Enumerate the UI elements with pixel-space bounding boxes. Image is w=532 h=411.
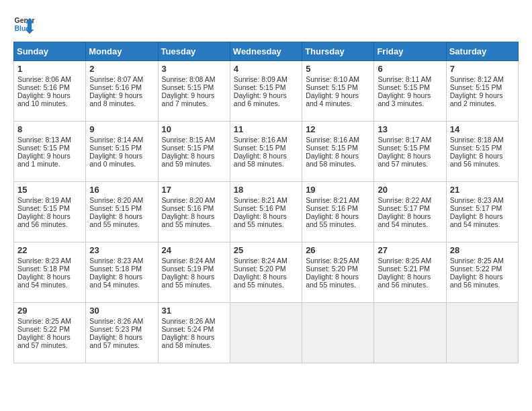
col-header-sunday: Sunday <box>14 42 86 61</box>
calendar-day-26: 26Sunrise: 8:25 AMSunset: 5:20 PMDayligh… <box>302 242 374 303</box>
calendar-day-12: 12Sunrise: 8:16 AMSunset: 5:15 PMDayligh… <box>302 122 374 182</box>
calendar-day-2: 2Sunrise: 8:07 AMSunset: 5:16 PMDaylight… <box>86 61 158 122</box>
calendar-day-15: 15Sunrise: 8:19 AMSunset: 5:15 PMDayligh… <box>14 182 86 242</box>
calendar-week-2: 8Sunrise: 8:13 AMSunset: 5:15 PMDaylight… <box>14 122 519 182</box>
calendar-day-7: 7Sunrise: 8:12 AMSunset: 5:15 PMDaylight… <box>446 61 518 122</box>
calendar-day-28: 28Sunrise: 8:25 AMSunset: 5:22 PMDayligh… <box>446 242 518 303</box>
calendar-day-5: 5Sunrise: 8:10 AMSunset: 5:15 PMDaylight… <box>302 61 374 122</box>
calendar-day-13: 13Sunrise: 8:17 AMSunset: 5:15 PMDayligh… <box>374 122 446 182</box>
calendar-day-9: 9Sunrise: 8:14 AMSunset: 5:15 PMDaylight… <box>86 122 158 182</box>
calendar-day-4: 4Sunrise: 8:09 AMSunset: 5:15 PMDaylight… <box>230 61 302 122</box>
calendar-day-17: 17Sunrise: 8:20 AMSunset: 5:16 PMDayligh… <box>158 182 230 242</box>
calendar-day-20: 20Sunrise: 8:22 AMSunset: 5:17 PMDayligh… <box>374 182 446 242</box>
logo-icon: General Blue <box>13 13 35 35</box>
header-row: SundayMondayTuesdayWednesdayThursdayFrid… <box>14 42 519 61</box>
logo: General Blue <box>13 13 35 35</box>
col-header-friday: Friday <box>374 42 446 61</box>
calendar-day-18: 18Sunrise: 8:21 AMSunset: 5:16 PMDayligh… <box>230 182 302 242</box>
calendar-day-21: 21Sunrise: 8:23 AMSunset: 5:17 PMDayligh… <box>446 182 518 242</box>
col-header-saturday: Saturday <box>446 42 518 61</box>
calendar-day-10: 10Sunrise: 8:15 AMSunset: 5:15 PMDayligh… <box>158 122 230 182</box>
calendar-day-19: 19Sunrise: 8:21 AMSunset: 5:16 PMDayligh… <box>302 182 374 242</box>
col-header-wednesday: Wednesday <box>230 42 302 61</box>
calendar-day-22: 22Sunrise: 8:23 AMSunset: 5:18 PMDayligh… <box>14 242 86 303</box>
calendar-day-16: 16Sunrise: 8:20 AMSunset: 5:15 PMDayligh… <box>86 182 158 242</box>
calendar-empty <box>446 303 518 363</box>
calendar-day-29: 29Sunrise: 8:25 AMSunset: 5:22 PMDayligh… <box>14 303 86 363</box>
calendar-table: SundayMondayTuesdayWednesdayThursdayFrid… <box>13 42 519 363</box>
calendar-day-30: 30Sunrise: 8:26 AMSunset: 5:23 PMDayligh… <box>86 303 158 363</box>
calendar-day-27: 27Sunrise: 8:25 AMSunset: 5:21 PMDayligh… <box>374 242 446 303</box>
col-header-thursday: Thursday <box>302 42 374 61</box>
calendar-day-6: 6Sunrise: 8:11 AMSunset: 5:15 PMDaylight… <box>374 61 446 122</box>
calendar-week-1: 1Sunrise: 8:06 AMSunset: 5:16 PMDaylight… <box>14 61 519 122</box>
calendar-week-4: 22Sunrise: 8:23 AMSunset: 5:18 PMDayligh… <box>14 242 519 303</box>
calendar-empty <box>230 303 302 363</box>
calendar-day-11: 11Sunrise: 8:16 AMSunset: 5:15 PMDayligh… <box>230 122 302 182</box>
col-header-tuesday: Tuesday <box>158 42 230 61</box>
calendar-day-31: 31Sunrise: 8:26 AMSunset: 5:24 PMDayligh… <box>158 303 230 363</box>
calendar-day-1: 1Sunrise: 8:06 AMSunset: 5:16 PMDaylight… <box>14 61 86 122</box>
calendar-day-8: 8Sunrise: 8:13 AMSunset: 5:15 PMDaylight… <box>14 122 86 182</box>
calendar-day-24: 24Sunrise: 8:24 AMSunset: 5:19 PMDayligh… <box>158 242 230 303</box>
page-header: General Blue <box>13 13 519 35</box>
calendar-day-3: 3Sunrise: 8:08 AMSunset: 5:15 PMDaylight… <box>158 61 230 122</box>
calendar-week-5: 29Sunrise: 8:25 AMSunset: 5:22 PMDayligh… <box>14 303 519 363</box>
calendar-day-23: 23Sunrise: 8:23 AMSunset: 5:18 PMDayligh… <box>86 242 158 303</box>
calendar-day-14: 14Sunrise: 8:18 AMSunset: 5:15 PMDayligh… <box>446 122 518 182</box>
calendar-empty <box>302 303 374 363</box>
col-header-monday: Monday <box>86 42 158 61</box>
calendar-empty <box>374 303 446 363</box>
calendar-day-25: 25Sunrise: 8:24 AMSunset: 5:20 PMDayligh… <box>230 242 302 303</box>
calendar-week-3: 15Sunrise: 8:19 AMSunset: 5:15 PMDayligh… <box>14 182 519 242</box>
